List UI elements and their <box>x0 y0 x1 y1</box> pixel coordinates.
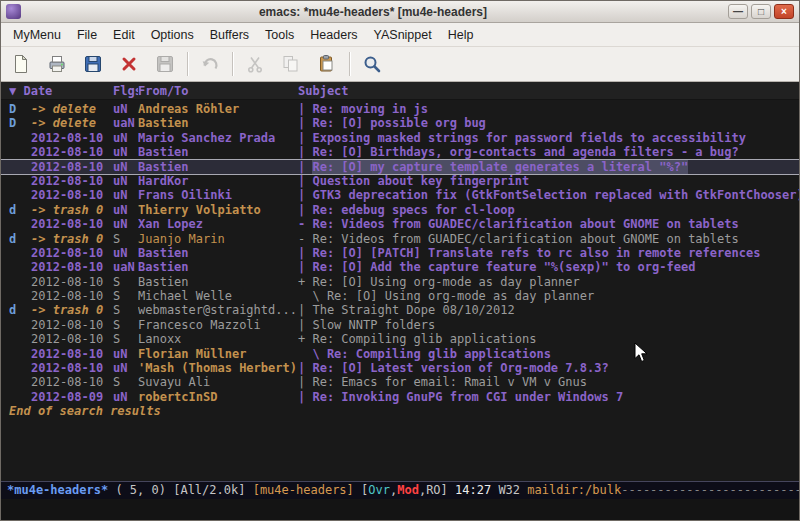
flags-cell: S <box>113 289 138 303</box>
menu-options[interactable]: Options <box>143 25 202 45</box>
header-row[interactable]: 2012-08-10uaNBastien| Re: [O] Add the ca… <box>1 260 799 274</box>
search-icon <box>362 54 382 74</box>
undo-icon <box>200 54 220 74</box>
end-of-results: End of search results <box>1 404 799 419</box>
subject-cell: - Re: Videos from GUADEC/clarification a… <box>298 232 799 246</box>
flags-cell: uN <box>113 217 138 231</box>
new-file-button[interactable] <box>7 50 35 78</box>
mark-cell: D <box>9 116 31 130</box>
date-cell: 2012-08-10 <box>31 260 113 274</box>
header-row[interactable]: 2012-08-10SBastien+ Re: [O] Using org-mo… <box>1 275 799 289</box>
kill-buffer-button[interactable] <box>115 50 143 78</box>
date-cell: 2012-08-10 <box>31 246 113 260</box>
from-cell: Frans Oilinki <box>138 188 298 202</box>
modeline-segment: 14:27 <box>455 483 498 497</box>
header-row[interactable]: 2012-08-10SLanoxx+ Re: Compiling glib ap… <box>1 332 799 346</box>
header-row[interactable]: 2012-08-09uNrobertcInSD| Re: Invoking Gn… <box>1 390 799 404</box>
header-row[interactable]: 2012-08-10uNFlorian Müllner \ Re: Compil… <box>1 347 799 361</box>
maximize-button[interactable]: □ <box>751 4 771 19</box>
from-cell: robertcInSD <box>138 390 298 404</box>
header-row[interactable]: D-> deleteuNAndreas Röhler| Re: moving i… <box>1 102 799 116</box>
column-from[interactable]: From/To <box>138 84 298 98</box>
flags-cell: uN <box>113 131 138 145</box>
menu-help[interactable]: Help <box>440 25 482 45</box>
flags-cell: uN <box>113 174 138 188</box>
rows-container: D-> deleteuNAndreas Röhler| Re: moving i… <box>1 102 799 404</box>
date-cell: 2012-08-10 <box>31 318 113 332</box>
header-row[interactable]: 2012-08-10SFrancesco Mazzoli| Slow NNTP … <box>1 318 799 332</box>
header-row[interactable]: 2012-08-10uNHardKor| Question about key … <box>1 174 799 188</box>
from-cell: Andreas Röhler <box>138 102 298 116</box>
search-button[interactable] <box>358 50 386 78</box>
save-button[interactable] <box>79 50 107 78</box>
echo-area[interactable] <box>1 499 799 520</box>
date-cell: -> trash 0 <box>31 203 113 217</box>
header-row[interactable]: d-> trash 0uNThierry Volpiatto| Re: edeb… <box>1 203 799 217</box>
date-cell: 2012-08-10 <box>31 275 113 289</box>
tool-bar <box>1 47 799 82</box>
column-flags[interactable]: Flgs <box>113 84 138 98</box>
header-row[interactable]: d-> trash 0SJuanjo Marin- Re: Videos fro… <box>1 232 799 246</box>
mode-line: *mu4e-headers* ( 5, 0) [All/2.0k] [mu4e-… <box>1 481 799 499</box>
flags-cell: uN <box>113 246 138 260</box>
menu-tools[interactable]: Tools <box>257 25 302 45</box>
from-cell: Mario Sanchez Prada <box>138 131 298 145</box>
flags-cell: S <box>113 375 138 389</box>
subject-cell: + Re: [O] Using org-mode as day planner <box>298 275 799 289</box>
subject-cell: | Re: [O] Birthdays, org-contacts and ag… <box>298 145 799 159</box>
header-row[interactable]: 2012-08-10uNBastien| Re: [O] my capture … <box>1 160 799 174</box>
menu-headers[interactable]: Headers <box>302 25 365 45</box>
header-row[interactable]: 2012-08-10uNBastien| Re: [O] Birthdays, … <box>1 145 799 159</box>
undo-button[interactable] <box>196 50 224 78</box>
flags-cell: uaN <box>113 116 138 130</box>
save-as-button[interactable] <box>151 50 179 78</box>
subject-cell: | Re: edebug specs for cl-loop <box>298 203 799 217</box>
copy-icon <box>281 54 301 74</box>
header-row[interactable]: 2012-08-10SMichael Welle \ Re: [O] Using… <box>1 289 799 303</box>
mark-cell <box>9 217 31 231</box>
print-button[interactable] <box>43 50 71 78</box>
menu-yasnippet[interactable]: YASnippet <box>366 25 440 45</box>
save-icon <box>83 54 103 74</box>
mark-cell <box>9 174 31 188</box>
cut-button[interactable] <box>241 50 269 78</box>
subject-cell: | The Straight Dope 08/10/2012 <box>298 303 799 317</box>
copy-button[interactable] <box>277 50 305 78</box>
header-row[interactable]: 2012-08-10uNMario Sanchez Prada| Exposin… <box>1 131 799 145</box>
column-subject[interactable]: Subject <box>298 84 799 98</box>
date-cell: 2012-08-10 <box>31 160 113 174</box>
menu-mymenu[interactable]: MyMenu <box>5 25 69 45</box>
minimize-button[interactable]: — <box>728 4 748 19</box>
mark-cell <box>9 289 31 303</box>
subject-cell: + Re: Compiling glib applications <box>298 332 799 346</box>
header-row[interactable]: D-> deleteuaNBastien| Re: [O] possible o… <box>1 116 799 130</box>
from-cell: Bastien <box>138 145 298 159</box>
paste-button[interactable] <box>313 50 341 78</box>
date-cell: 2012-08-10 <box>31 145 113 159</box>
header-row[interactable]: 2012-08-10SSuvayu Ali| Re: Emacs for ema… <box>1 375 799 389</box>
emacs-app-icon <box>6 4 21 19</box>
header-row[interactable]: d-> trash 0Swebmaster@straightd...| The … <box>1 303 799 317</box>
date-cell: 2012-08-10 <box>31 375 113 389</box>
menu-edit[interactable]: Edit <box>105 25 143 45</box>
modeline-segment: maildir:/bulk <box>527 483 621 497</box>
column-date[interactable]: ▼ Date <box>9 84 113 98</box>
menu-buffers[interactable]: Buffers <box>202 25 257 45</box>
subject-cell: | Slow NNTP folders <box>298 318 799 332</box>
flags-cell: S <box>113 275 138 289</box>
date-cell: 2012-08-10 <box>31 332 113 346</box>
header-row[interactable]: 2012-08-10uNFrans Oilinki| GTK3 deprecat… <box>1 188 799 202</box>
emacs-window: emacs: *mu4e-headers* [mu4e-headers] —□×… <box>0 0 800 521</box>
header-row[interactable]: 2012-08-10uNBastien| Re: [O] [PATCH] Tra… <box>1 246 799 260</box>
close-button[interactable]: × <box>774 4 794 19</box>
mark-cell <box>9 375 31 389</box>
header-row[interactable]: 2012-08-10uNXan Lopez- Re: Videos from G… <box>1 217 799 231</box>
from-cell: Florian Müllner <box>138 347 298 361</box>
mark-cell <box>9 332 31 346</box>
print-icon <box>47 54 67 74</box>
menu-file[interactable]: File <box>69 25 105 45</box>
emacs-frame: ▼ Date Flgs From/To Subject D-> deleteuN… <box>1 82 799 520</box>
header-row[interactable]: 2012-08-10uN'Mash (Thomas Herbert)| Re: … <box>1 361 799 375</box>
from-cell: Bastien <box>138 160 298 174</box>
modeline-segment: Mod <box>397 483 419 497</box>
